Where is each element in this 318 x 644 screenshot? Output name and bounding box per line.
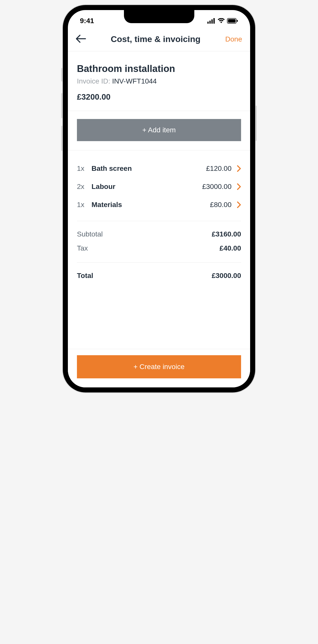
item-name: Materials bbox=[92, 201, 210, 209]
total-label: Total bbox=[77, 272, 93, 280]
content: Bathroom installation Invoice ID: INV-WF… bbox=[68, 51, 250, 387]
side-button bbox=[255, 106, 257, 141]
subtotal-label: Subtotal bbox=[77, 230, 103, 238]
svg-rect-1 bbox=[209, 21, 211, 24]
svg-rect-5 bbox=[228, 19, 236, 23]
tax-row: Tax £40.00 bbox=[77, 241, 241, 255]
create-invoice-button[interactable]: + Create invoice bbox=[77, 355, 241, 378]
side-button bbox=[61, 68, 63, 82]
back-arrow-icon bbox=[76, 35, 86, 43]
done-button[interactable]: Done bbox=[225, 35, 242, 43]
add-section: + Add item bbox=[68, 111, 250, 150]
subtotal-value: £3160.00 bbox=[212, 230, 241, 238]
invoice-id-value: INV-WFT1044 bbox=[112, 77, 157, 85]
item-price: £80.00 bbox=[210, 201, 232, 209]
invoice-id: Invoice ID: INV-WFT1044 bbox=[77, 77, 241, 85]
phone-frame: 9:41 bbox=[63, 5, 255, 392]
footer: + Create invoice bbox=[68, 349, 250, 387]
status-icons bbox=[207, 18, 238, 24]
chevron-right-icon bbox=[237, 165, 241, 172]
job-total: £3200.00 bbox=[77, 92, 241, 102]
item-qty: 1x bbox=[77, 165, 92, 173]
divider bbox=[77, 221, 241, 221]
item-name: Labour bbox=[92, 183, 202, 191]
item-name: Bath screen bbox=[92, 165, 206, 173]
list-item[interactable]: 1x Materials £80.00 bbox=[77, 196, 241, 214]
signal-icon bbox=[207, 18, 215, 24]
side-button bbox=[61, 126, 63, 151]
chevron-right-icon bbox=[237, 183, 241, 190]
side-button bbox=[61, 93, 63, 118]
svg-rect-6 bbox=[237, 20, 238, 22]
page-title: Cost, time & invoicing bbox=[86, 34, 225, 44]
svg-rect-2 bbox=[211, 19, 213, 24]
tax-label: Tax bbox=[77, 244, 88, 252]
job-title: Bathroom installation bbox=[77, 63, 241, 74]
header: Cost, time & invoicing Done bbox=[68, 28, 250, 51]
battery-icon bbox=[227, 18, 238, 24]
item-qty: 2x bbox=[77, 183, 92, 191]
svg-rect-0 bbox=[207, 22, 209, 24]
divider bbox=[77, 262, 241, 263]
screen: 9:41 bbox=[68, 10, 250, 387]
total-row: Total £3000.00 bbox=[77, 269, 241, 283]
item-qty: 1x bbox=[77, 201, 92, 209]
invoice-id-label: Invoice ID: bbox=[77, 77, 110, 85]
back-button[interactable] bbox=[76, 35, 86, 44]
item-price: £3000.00 bbox=[202, 183, 232, 191]
job-section: Bathroom installation Invoice ID: INV-WF… bbox=[68, 51, 250, 111]
subtotal-row: Subtotal £3160.00 bbox=[77, 227, 241, 241]
items-section: 1x Bath screen £120.00 2x Labour £3000.0… bbox=[68, 150, 250, 283]
list-item[interactable]: 1x Bath screen £120.00 bbox=[77, 159, 241, 178]
svg-rect-3 bbox=[213, 18, 215, 24]
tax-value: £40.00 bbox=[219, 244, 241, 252]
add-item-button[interactable]: + Add item bbox=[77, 119, 241, 141]
notch bbox=[124, 10, 194, 23]
list-item[interactable]: 2x Labour £3000.00 bbox=[77, 178, 241, 196]
item-price: £120.00 bbox=[206, 165, 232, 173]
status-time: 9:41 bbox=[80, 17, 94, 25]
chevron-right-icon bbox=[237, 202, 241, 208]
total-value: £3000.00 bbox=[212, 272, 241, 280]
wifi-icon bbox=[217, 18, 225, 24]
